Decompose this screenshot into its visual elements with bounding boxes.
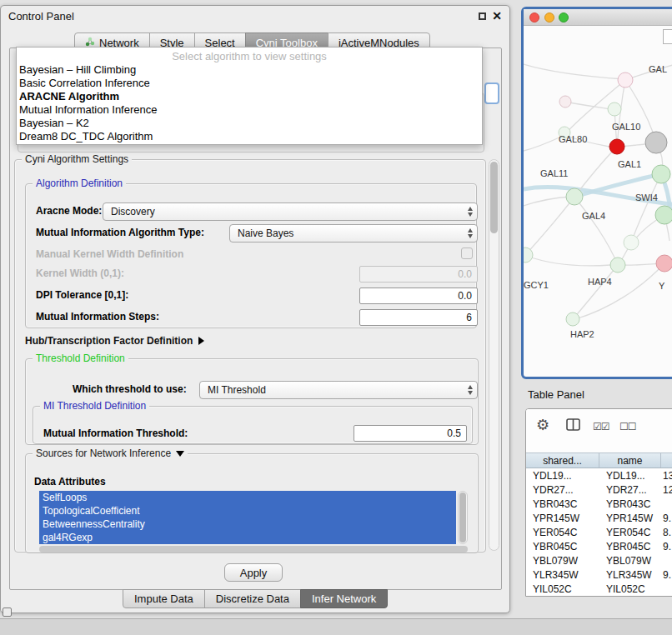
network-node-label: HAP4 bbox=[588, 277, 612, 287]
table-row[interactable]: YDL19...YDL19...13 bbox=[526, 468, 672, 482]
apply-button[interactable]: Apply bbox=[224, 563, 283, 582]
network-node-label: GCY1 bbox=[524, 280, 549, 290]
algorithm-option[interactable]: Dream8 DC_TDC Algorithm bbox=[17, 130, 482, 143]
mi-type-select[interactable]: Naive Bayes bbox=[229, 224, 478, 242]
mi-threshold-title: MI Threshold Definition bbox=[40, 400, 149, 412]
attributes-horizontal-scrollbar[interactable] bbox=[39, 546, 468, 552]
dpi-tolerance-label: DPI Tolerance [0,1]: bbox=[36, 289, 128, 301]
table-row[interactable]: YIL052CYIL052C bbox=[526, 582, 672, 596]
data-attributes-label: Data Attributes bbox=[34, 476, 106, 488]
network-node[interactable] bbox=[618, 72, 633, 88]
table-row[interactable]: YDR27...YDR27...12 bbox=[526, 482, 672, 497]
threshold-definition-title: Threshold Definition bbox=[33, 352, 128, 364]
column-header[interactable]: shared... bbox=[526, 453, 599, 468]
close-window-icon[interactable]: ✕ bbox=[492, 10, 502, 22]
column-header[interactable]: name bbox=[599, 453, 661, 468]
network-node[interactable] bbox=[624, 235, 639, 250]
algorithm-option[interactable]: Bayesian – K2 bbox=[17, 117, 482, 130]
screen: Control Panel ✕ NetworkStyleSelectCyni T… bbox=[0, 0, 672, 635]
mi-threshold-group: MI Threshold Definition Mutual Informati… bbox=[33, 406, 473, 444]
data-attributes-list: SelfLoopsTopologicalCoefficientBetweenne… bbox=[39, 491, 456, 544]
network-node[interactable] bbox=[559, 96, 571, 108]
network-node[interactable] bbox=[645, 132, 667, 153]
aracne-mode-select[interactable]: Discovery bbox=[103, 202, 478, 221]
algorithm-definition-title: Algorithm Definition bbox=[33, 178, 126, 189]
restore-panel-icon[interactable] bbox=[3, 608, 12, 617]
table-row[interactable]: YLR345WYLR345W9. bbox=[526, 568, 672, 582]
table-row[interactable]: YER054CYER054C8. bbox=[526, 525, 672, 539]
columns-icon[interactable] bbox=[566, 418, 581, 434]
data-attribute-item[interactable]: BetweennessCentrality bbox=[39, 518, 456, 531]
deselect-all-columns-icon[interactable]: ☐☐ bbox=[619, 421, 636, 432]
network-node[interactable] bbox=[566, 188, 583, 205]
threshold-definition-group: Threshold Definition Which threshold to … bbox=[25, 358, 479, 445]
gear-icon[interactable]: ⚙ bbox=[536, 416, 549, 434]
mi-type-label: Mutual Information Algorithm Type: bbox=[36, 227, 204, 238]
network-node[interactable] bbox=[566, 312, 579, 326]
which-threshold-select[interactable]: MI Threshold bbox=[199, 381, 478, 399]
bottom-tab-bar: Impute DataDiscretize DataInfer Network bbox=[123, 589, 388, 608]
network-node[interactable] bbox=[610, 258, 625, 272]
float-window-icon[interactable] bbox=[479, 12, 486, 20]
network-node-label: GAL bbox=[649, 64, 667, 74]
attributes-list-scrollbar[interactable] bbox=[458, 491, 468, 544]
mi-threshold-label: Mutual Information Threshold: bbox=[43, 428, 188, 439]
table-row[interactable]: YPR145WYPR145W9. bbox=[526, 511, 672, 525]
algorithm-option[interactable]: Bayesian – Hill Climbing bbox=[17, 63, 482, 77]
bottom-tab-impute-data[interactable]: Impute Data bbox=[123, 589, 205, 608]
network-node[interactable] bbox=[608, 102, 621, 116]
network-node[interactable] bbox=[524, 248, 533, 262]
table-row[interactable]: YBR043CYBR043C bbox=[526, 497, 672, 511]
select-all-columns-icon[interactable]: ☑☑ bbox=[593, 421, 609, 432]
bottom-tab-infer-network[interactable]: Infer Network bbox=[300, 589, 388, 608]
zoom-traffic-light[interactable] bbox=[559, 12, 569, 22]
network-node[interactable] bbox=[655, 206, 672, 224]
collapse-down-icon bbox=[176, 451, 184, 457]
aracne-mode-label: Aracne Mode: bbox=[36, 205, 102, 217]
control-panel-window: Control Panel ✕ NetworkStyleSelectCyni T… bbox=[0, 5, 510, 613]
network-node-label: GAL4 bbox=[582, 211, 605, 221]
dpi-tolerance-field[interactable]: 0.0 bbox=[359, 288, 478, 304]
minimize-traffic-light[interactable] bbox=[544, 12, 554, 22]
data-attribute-item[interactable]: TopologicalCoefficient bbox=[39, 504, 456, 518]
table-row[interactable]: YBL079WYBL079W bbox=[526, 553, 672, 568]
network-node-label: GAL1 bbox=[618, 159, 641, 169]
manual-kernel-checkbox[interactable] bbox=[461, 248, 473, 259]
expand-right-icon bbox=[198, 337, 204, 345]
table-toolbar: ⚙ ☑☑ ☐☐ bbox=[526, 409, 672, 452]
bottom-tab-discretize-data[interactable]: Discretize Data bbox=[204, 589, 301, 608]
which-threshold-label: Which threshold to use: bbox=[73, 383, 187, 395]
column-header[interactable] bbox=[661, 453, 672, 468]
settings-scrollbar[interactable] bbox=[489, 159, 499, 551]
kernel-width-field[interactable]: 0.0 bbox=[359, 266, 478, 282]
table-panel-window: ⚙ ☑☑ ☐☐ shared...name YDL19...YDL19...13… bbox=[525, 408, 672, 597]
combo-arrows-icon bbox=[468, 207, 473, 217]
algorithm-option[interactable]: ARACNE Algorithm bbox=[17, 90, 482, 103]
network-node[interactable] bbox=[609, 139, 624, 154]
mi-steps-field[interactable]: 6 bbox=[359, 309, 478, 326]
algorithm-option[interactable]: Mutual Information Inference bbox=[17, 103, 482, 117]
kernel-width-label: Kernel Width (0,1): bbox=[36, 268, 124, 279]
hub-definition-toggle[interactable]: Hub/Transcription Factor Definition bbox=[25, 335, 204, 347]
network-node[interactable] bbox=[652, 165, 670, 183]
algorithm-combo-focus[interactable] bbox=[484, 82, 499, 104]
table-header: shared...name bbox=[526, 452, 672, 468]
network-node[interactable] bbox=[656, 255, 672, 272]
table-row[interactable]: YBR045CYBR045C9. bbox=[526, 539, 672, 553]
network-view-window: GALGAL80GAL10GAL11GAL1SWI4GAL4GCY1HAP4YH… bbox=[521, 7, 672, 379]
data-attribute-item[interactable]: SelfLoops bbox=[39, 491, 456, 504]
network-window-titlebar[interactable] bbox=[524, 9, 672, 26]
close-traffic-light[interactable] bbox=[529, 12, 539, 22]
combo-arrows-icon bbox=[468, 385, 473, 395]
mi-steps-label: Mutual Information Steps: bbox=[36, 311, 159, 322]
network-node-label: GAL10 bbox=[612, 122, 640, 132]
network-node-label: GAL11 bbox=[540, 168, 568, 178]
data-attribute-item[interactable]: gal4RGexp bbox=[39, 531, 456, 544]
sources-group-title[interactable]: Sources for Network Inference bbox=[33, 448, 188, 459]
combo-arrows-icon bbox=[468, 228, 473, 238]
sources-group: Sources for Network Inference Data Attri… bbox=[25, 453, 479, 553]
control-panel-title: Control Panel bbox=[8, 10, 74, 22]
mi-threshold-field[interactable]: 0.5 bbox=[354, 425, 467, 442]
algorithm-option[interactable]: Basic Correlation Inference bbox=[17, 77, 482, 90]
network-canvas[interactable]: GALGAL80GAL10GAL11GAL1SWI4GAL4GCY1HAP4YH… bbox=[524, 26, 672, 377]
